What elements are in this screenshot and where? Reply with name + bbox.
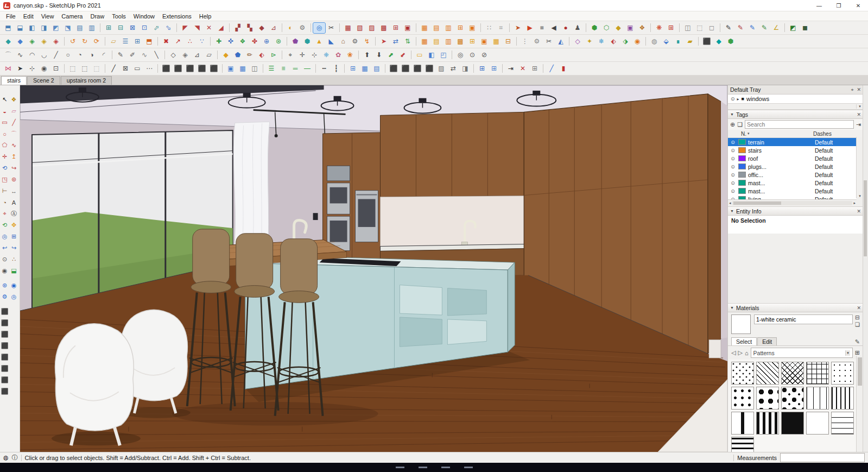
gear-icon[interactable]: ⚙ — [349, 36, 361, 47]
dashes-column-header[interactable]: Dashes — [813, 131, 856, 137]
arc-tool-icon[interactable]: ⌒ — [9, 128, 18, 140]
material-swatch-dots-diagonal[interactable] — [731, 362, 754, 385]
blue-plus-ring-icon[interactable]: ⊕ — [261, 36, 273, 47]
brown-pencil-icon[interactable]: ✏ — [244, 50, 256, 60]
tag-row-mast-[interactable]: ⊙mast...Default — [728, 179, 857, 187]
paint-half-icon[interactable]: ◨ — [459, 64, 471, 74]
scene-tab-stairs[interactable]: stairs — [1, 76, 27, 85]
play-icon[interactable]: ▶ — [524, 23, 536, 33]
backsplash[interactable] — [380, 196, 524, 247]
material-swatch-dots-sparse[interactable] — [831, 362, 854, 385]
teal-block-icon[interactable]: ∎ — [672, 36, 684, 47]
slate-iso-cube-icon[interactable]: ⬛ — [184, 64, 196, 74]
tag-search-input[interactable] — [745, 120, 854, 129]
dotted-v-icon[interactable]: ┇ — [330, 64, 342, 74]
paint-bucket-icon[interactable]: ◒ — [0, 105, 9, 117]
offset-tool-icon[interactable]: ⊚ — [9, 174, 18, 185]
geolocation-icon[interactable]: ◍ — [3, 454, 9, 461]
orange-board-icon[interactable]: ▣ — [466, 23, 478, 33]
house-icon[interactable]: ⌂ — [337, 36, 349, 47]
backslash-tool-icon[interactable]: ╲ — [150, 50, 162, 60]
zoom-select-icon[interactable]: ◎ — [313, 23, 325, 33]
maroon-slope-icon[interactable]: ⊿ — [268, 23, 280, 33]
teal-box-icon[interactable]: ⊞ — [103, 23, 115, 33]
green-gem-icon[interactable]: ◈ — [26, 36, 38, 47]
u-curve-icon[interactable]: ◡ — [38, 50, 50, 60]
triangle-ruler-icon[interactable]: ◭ — [555, 36, 567, 47]
add-tag-icon[interactable]: ⊕ — [730, 121, 735, 128]
tag-row-stairs[interactable]: ⊙stairsDefault — [728, 146, 857, 154]
n-curve-icon[interactable]: ◠ — [26, 50, 38, 60]
bolt-icon[interactable]: ↯ — [361, 36, 373, 47]
eraser-icon[interactable]: ▱ — [9, 105, 18, 117]
cube-tool-a-icon[interactable]: ⬛ — [388, 64, 400, 74]
tag-dashes-value[interactable]: Default — [815, 172, 855, 178]
undo-orange-icon[interactable]: ↺ — [67, 36, 79, 47]
gold-rows-icon[interactable]: ▤ — [430, 36, 442, 47]
red-up-arrow-icon[interactable]: ↗ — [172, 36, 184, 47]
line-tool-icon[interactable]: ╱ — [9, 117, 18, 128]
orange-grid-icon[interactable]: ▦ — [419, 23, 430, 33]
tag-dashes-value[interactable]: Default — [815, 155, 855, 162]
visibility-eye-icon[interactable]: ⊙ — [730, 188, 736, 194]
walk-tool-icon[interactable]: ∴ — [9, 254, 18, 265]
small-gear-icon[interactable]: ⚙ — [531, 36, 543, 47]
orange-half-circle-icon[interactable]: ◐ — [284, 23, 296, 33]
move-tool-icon[interactable]: ✛ — [0, 151, 9, 162]
orange-tray-icon[interactable]: ⬒ — [143, 36, 155, 47]
materials-header[interactable]: ▼ Materials ✕ — [728, 303, 863, 312]
tag-dashes-value[interactable]: Default — [815, 139, 855, 146]
plugin-cube-h-icon[interactable]: ⬛ — [0, 386, 9, 397]
menu-file[interactable]: File — [2, 13, 20, 20]
tag-dashes-value[interactable]: Default — [815, 147, 855, 154]
red-corner-tl-icon[interactable]: ◤ — [179, 23, 191, 33]
tray-scrollbar-thumb[interactable] — [864, 180, 867, 256]
maroon-grid-icon[interactable]: ▞ — [232, 23, 244, 33]
boxed-dot-icon[interactable]: ⊡ — [50, 64, 62, 74]
dash-rect-light-icon[interactable]: ⬚ — [91, 64, 103, 74]
stop-icon[interactable]: ■ — [536, 23, 548, 33]
material-swatch-horizontal-lines-thick[interactable] — [731, 437, 754, 452]
star-fine-icon[interactable]: ⊹ — [308, 50, 320, 60]
blue-diamond-icon[interactable]: ◆ — [14, 36, 26, 47]
visibility-eye-icon[interactable]: ⊙ — [730, 164, 736, 169]
green-ring-icon[interactable]: ⬡ — [600, 23, 612, 33]
slash-tool-icon[interactable]: ╱ — [50, 50, 62, 60]
tray-close-icon[interactable]: ✕ — [857, 87, 861, 93]
scale-tool-icon[interactable]: ◳ — [0, 174, 9, 185]
down-arrow-icon[interactable]: ⬇ — [373, 50, 385, 60]
sample-paint-icon[interactable]: ✎ — [855, 338, 860, 345]
forward-arrow-icon[interactable]: ▷ — [738, 349, 742, 356]
blue-quarter-box-icon[interactable]: ◰ — [438, 50, 449, 60]
blue-gear-plugin-icon[interactable]: ⚙ — [0, 291, 9, 303]
zoom-tool-icon[interactable]: ◎ — [0, 231, 9, 242]
null-node-icon[interactable]: ⊘ — [478, 50, 490, 60]
bronze-gem-icon[interactable]: ❖ — [636, 23, 648, 33]
plugin-cube-a-icon[interactable]: ⬛ — [0, 306, 9, 317]
material-swatch-horizontal-lines[interactable] — [831, 412, 854, 435]
new-document-icon[interactable]: ⬒ — [2, 23, 14, 33]
orange-dot-ring-icon[interactable]: ◉ — [631, 36, 643, 47]
follow-me-tool-icon[interactable]: ↪ — [9, 162, 18, 174]
tag-dashes-value[interactable]: Default — [815, 180, 855, 186]
gold-slab-icon[interactable]: ▭ — [414, 50, 426, 60]
boxed-x-icon[interactable]: ⊠ — [119, 64, 131, 74]
mini-blue-grid-icon[interactable]: ▣ — [225, 64, 237, 74]
menu-edit[interactable]: Edit — [20, 13, 37, 20]
gear-tool-icon[interactable]: ⚙ — [296, 23, 308, 33]
name-column-sort-icon[interactable]: ▾ — [747, 131, 750, 136]
globe-icon[interactable]: ◍ — [648, 36, 660, 47]
material-swatch-crosshatch[interactable] — [781, 362, 804, 385]
blue-target-plugin-icon[interactable]: ◉ — [9, 280, 18, 291]
visibility-eye-icon[interactable]: ⊙ — [730, 180, 736, 186]
tag-dashes-value[interactable]: Default — [815, 163, 855, 170]
flower-icon[interactable]: ✿ — [332, 50, 344, 60]
plum-iso-cube-icon[interactable]: ⬛ — [208, 64, 220, 74]
gold-diamond-badge-icon[interactable]: ◆ — [612, 23, 624, 33]
orange-rows-icon[interactable]: ▤ — [430, 23, 442, 33]
gold-grid-icon[interactable]: ▦ — [490, 36, 502, 47]
red-cells-icon[interactable]: ▧ — [354, 23, 366, 33]
black-pencil-icon[interactable]: ✎ — [723, 23, 734, 33]
ne-arrow-icon[interactable]: ⬈ — [385, 50, 397, 60]
material-swatch-dots-medium[interactable] — [731, 387, 754, 410]
